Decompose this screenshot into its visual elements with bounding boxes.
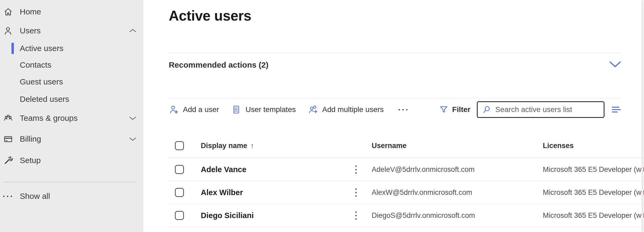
chevron-up-icon [129, 29, 136, 33]
sidebar-item-users[interactable]: Users [0, 21, 143, 40]
column-header-display-name[interactable]: Display name ↑ [201, 142, 350, 150]
active-users-table: Display name ↑ Username Licenses Adele V… [169, 134, 644, 227]
sidebar-item-label: Teams & groups [20, 114, 78, 123]
search-input[interactable] [495, 105, 599, 114]
chevron-down-icon [129, 116, 136, 120]
sort-ascending-icon: ↑ [250, 142, 254, 150]
sidebar-item-show-all[interactable]: Show all [0, 188, 143, 205]
chevron-down-icon[interactable] [609, 61, 621, 69]
section-divider [169, 53, 621, 53]
sidebar-item-teams-groups[interactable]: Teams & groups [0, 108, 143, 128]
row-checkbox[interactable] [175, 188, 184, 197]
sidebar-item-label: Contacts [20, 60, 51, 69]
sidebar-item-label: Active users [20, 44, 63, 53]
add-user-button[interactable]: Add a user [169, 105, 219, 115]
column-header-licenses[interactable]: Licenses [543, 142, 644, 150]
table-header-row: Display name ↑ Username Licenses [169, 134, 644, 158]
wrench-icon [3, 154, 14, 166]
row-more-actions-icon[interactable] [351, 187, 360, 198]
search-box[interactable] [477, 101, 604, 118]
recommended-actions-label: Recommended actions (2) [169, 60, 268, 69]
table-row: Diego Siciliani DiegoS@5drrlv.onmicrosof… [169, 204, 644, 227]
sort-lines-icon [611, 106, 621, 113]
sidebar-item-setup[interactable]: Setup [0, 150, 143, 171]
sidebar-item-guest-users[interactable]: Guest users [0, 73, 143, 90]
active-item-indicator [11, 43, 14, 54]
people-add-icon [308, 105, 318, 115]
user-templates-button[interactable]: User templates [231, 105, 296, 115]
column-label: Licenses [543, 142, 574, 150]
sidebar-item-label: Deleted users [20, 95, 69, 104]
credit-card-icon [3, 133, 14, 145]
vertical-scrollbar[interactable] [642, 0, 643, 232]
filter-funnel-icon [439, 105, 449, 114]
licenses-cell: Microsoft 365 E5 Developer (withou [543, 188, 644, 197]
home-icon [3, 6, 14, 18]
select-all-checkbox[interactable] [175, 141, 184, 150]
username-cell: AlexW@5drrlv.onmicrosoft.com [372, 188, 543, 197]
row-checkbox[interactable] [175, 211, 184, 220]
user-templates-label: User templates [245, 105, 296, 114]
people-icon [3, 112, 14, 124]
person-add-icon [169, 105, 179, 115]
add-multiple-users-label: Add multiple users [322, 105, 384, 114]
sidebar-item-label: Users [20, 26, 41, 35]
row-more-actions-icon[interactable] [351, 164, 360, 175]
person-icon [3, 25, 14, 37]
add-multiple-users-button[interactable]: Add multiple users [308, 105, 384, 115]
sidebar: Home Users Active users Contacts Guest u… [0, 0, 143, 232]
template-list-icon [231, 105, 241, 115]
display-name-link[interactable]: Alex Wilber [201, 188, 350, 197]
row-more-actions-icon[interactable] [351, 210, 360, 221]
row-checkbox[interactable] [175, 165, 184, 174]
sidebar-item-label: Billing [20, 134, 41, 144]
licenses-cell: Microsoft 365 E5 Developer (withou [543, 211, 644, 220]
filter-button[interactable]: Filter [439, 105, 470, 114]
sidebar-item-deleted-users[interactable]: Deleted users [0, 90, 143, 108]
more-horizontal-icon [399, 109, 407, 110]
column-label: Username [372, 142, 407, 150]
more-actions-button[interactable] [396, 109, 410, 110]
sidebar-item-home[interactable]: Home [0, 2, 143, 21]
section-divider [169, 98, 621, 98]
sidebar-item-label: Home [20, 7, 41, 16]
sidebar-item-billing[interactable]: Billing [0, 128, 143, 150]
licenses-cell: Microsoft 365 E5 Developer (withou [543, 165, 644, 174]
sidebar-item-label: Show all [20, 192, 50, 201]
ellipsis-icon [3, 190, 14, 202]
chevron-down-icon [129, 137, 136, 141]
sidebar-divider [3, 182, 135, 182]
table-row: Adele Vance AdeleV@5drrlv.onmicrosoft.co… [169, 158, 644, 181]
search-icon [482, 105, 491, 114]
filter-label: Filter [452, 105, 470, 114]
page-title: Active users [169, 7, 251, 24]
sidebar-item-label: Guest users [20, 77, 63, 86]
sidebar-item-label: Setup [20, 156, 41, 165]
sidebar-item-contacts[interactable]: Contacts [0, 57, 143, 73]
username-cell: DiegoS@5drrlv.onmicrosoft.com [372, 211, 543, 220]
display-name-link[interactable]: Adele Vance [201, 165, 350, 174]
sort-lines-button[interactable] [611, 106, 621, 113]
recommended-actions-header[interactable]: Recommended actions (2) [169, 57, 621, 73]
username-cell: AdeleV@5drrlv.onmicrosoft.com [372, 165, 543, 174]
add-user-label: Add a user [183, 105, 219, 114]
column-header-username[interactable]: Username [372, 142, 543, 150]
column-label: Display name [201, 142, 247, 150]
m365-admin-active-users-page: Home Users Active users Contacts Guest u… [0, 0, 644, 232]
toolbar: Add a user User templates Add multiple u… [169, 99, 621, 120]
display-name-link[interactable]: Diego Siciliani [201, 211, 350, 220]
sidebar-item-active-users[interactable]: Active users [0, 40, 143, 57]
table-row: Alex Wilber AlexW@5drrlv.onmicrosoft.com… [169, 181, 644, 204]
